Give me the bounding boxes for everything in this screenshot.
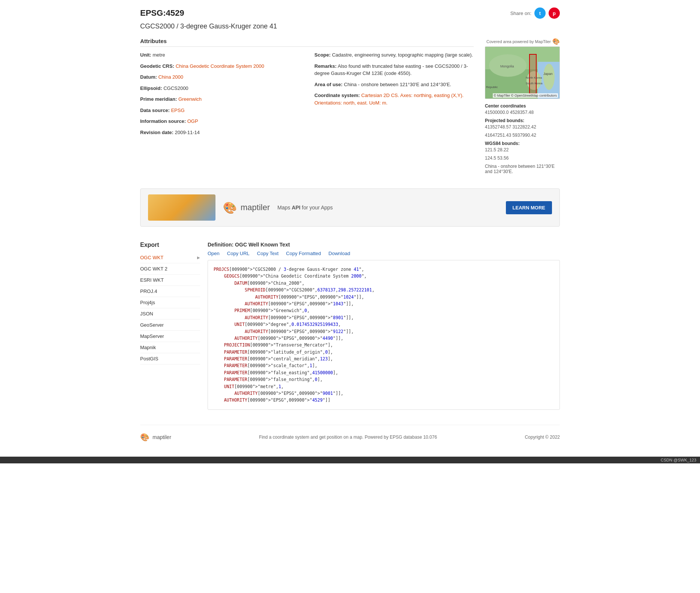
export-item-mapserver[interactable]: MapServer <box>140 331 200 342</box>
projected-bounds-line1: 41352748.57 3122822.42 <box>485 124 560 130</box>
banner-logo-icon: 🎨 <box>223 201 237 214</box>
svg-rect-6 <box>529 54 536 94</box>
export-item-ogc-wkt[interactable]: OGC WKT▶ <box>140 252 200 263</box>
export-toolbar: Open Copy URL Copy Text Copy Formatted D… <box>208 251 560 256</box>
projected-bounds-title: Projected bounds: <box>485 118 560 123</box>
twitter-share-button[interactable]: t <box>534 7 546 19</box>
pinterest-share-button[interactable]: p <box>549 7 560 19</box>
wgs84-bounds-title: WGS84 bounds: <box>485 141 560 146</box>
data-source-attr: Data source: EPSG <box>140 107 299 114</box>
export-item-postgis[interactable]: PostGIS <box>140 353 200 364</box>
banner-map-thumbnail <box>148 194 215 221</box>
maptiler-logo-icon: 🎨 <box>552 38 560 45</box>
definition-title: Definition: OGC Well Known Text <box>208 242 560 248</box>
prime-meridian-attr: Prime meridian: Greenwich <box>140 96 299 103</box>
pinterest-icon: p <box>553 10 556 16</box>
map-credit: © MapTiler © OpenStreetMap contributors <box>493 93 558 98</box>
area-desc: China - onshore between 121°30'E and 124… <box>485 164 560 174</box>
copy-formatted-button[interactable]: Copy Formatted <box>286 251 321 256</box>
maptiler-banner: 🎨 maptiler Maps API for your Apps LEARN … <box>140 188 560 227</box>
footer-logo-icon: 🎨 <box>140 433 150 442</box>
datum-link[interactable]: China 2000 <box>158 74 183 80</box>
unit-attr: Unit: metre <box>140 51 299 59</box>
open-button[interactable]: Open <box>208 251 220 256</box>
export-item-proj.4[interactable]: PROJ.4 <box>140 286 200 297</box>
info-source-link[interactable]: OGP <box>187 118 198 124</box>
remarks-attr: Remarks: Also found with truncated false… <box>314 63 474 77</box>
svg-text:Japan: Japan <box>543 72 553 76</box>
epsg-title: EPSG:4529 <box>140 8 184 18</box>
data-source-link[interactable]: EPSG <box>171 108 184 113</box>
learn-more-button[interactable]: LEARN MORE <box>506 201 552 214</box>
copy-text-button[interactable]: Copy Text <box>257 251 279 256</box>
footer-copyright: Copyright © 2022 <box>525 435 560 440</box>
footer-tagline: Find a coordinate system and get positio… <box>259 435 437 440</box>
datum-attr: Datum: China 2000 <box>140 73 299 81</box>
bottom-bar: CSDN @SWK_123 <box>0 457 700 463</box>
export-items-list: OGC WKT▶OGC WKT 2ESRI WKTPROJ.4Proj4jsJS… <box>140 252 200 364</box>
wgs84-line1: 121.5 28.22 <box>485 147 560 152</box>
center-coords-value: 41500000.0 4528357.48 <box>485 110 560 115</box>
area-of-use-attr: Area of use: China - onshore between 121… <box>314 81 474 88</box>
csdn-label: CSDN @SWK_123 <box>661 458 696 462</box>
export-item-esri-wkt[interactable]: ESRI WKT <box>140 275 200 286</box>
banner-tagline: Maps API for your Apps <box>277 205 333 211</box>
svg-point-5 <box>543 64 555 90</box>
export-item-mapnik[interactable]: Mapnik <box>140 342 200 353</box>
export-item-proj4js[interactable]: Proj4js <box>140 297 200 308</box>
coverage-map: Mongolia North Korea South Korea Japan R… <box>485 46 560 99</box>
svg-text:Mongolia: Mongolia <box>500 64 514 68</box>
export-item-ogc-wkt-2[interactable]: OGC WKT 2 <box>140 263 200 275</box>
prime-meridian-link[interactable]: Greenwich <box>178 96 202 102</box>
export-section: Export OGC WKT▶OGC WKT 2ESRI WKTPROJ.4Pr… <box>140 242 560 410</box>
svg-text:South Korea: South Korea <box>526 82 543 85</box>
attributes-heading: Attributes <box>140 38 474 47</box>
scope-attr: Scope: Cadastre, engineering survey, top… <box>314 51 474 59</box>
geodetic-crs-link[interactable]: China Geodetic Coordinate System 2000 <box>176 63 264 69</box>
twitter-icon: t <box>539 10 541 16</box>
info-source-attr: Information source: OGP <box>140 118 299 125</box>
footer: 🎨 maptiler Find a coordinate system and … <box>140 425 560 449</box>
download-button[interactable]: Download <box>329 251 350 256</box>
coord-system-attr: Coordinate system: Cartesian 2D CS. Axes… <box>314 92 474 106</box>
page-subtitle: CGCS2000 / 3-degree Gauss-Kruger zone 41 <box>140 22 560 30</box>
ellipsoid-attr: Ellipsoid: CGCS2000 <box>140 85 299 92</box>
geodetic-crs-attr: Geodetic CRS: China Geodetic Coordinate … <box>140 63 299 70</box>
svg-text:Republic: Republic <box>486 85 498 89</box>
wgs84-line2: 124.5 53.56 <box>485 155 560 161</box>
export-item-json[interactable]: JSON <box>140 308 200 320</box>
export-title: Export <box>140 242 200 248</box>
center-coords-title: Center coordinates <box>485 103 560 109</box>
revision-date-attr: Revision date: 2009-11-14 <box>140 129 299 136</box>
banner-brand: maptiler <box>241 203 270 212</box>
share-label: Share on: <box>510 10 531 16</box>
footer-brand: maptiler <box>153 434 171 440</box>
svg-text:North Korea: North Korea <box>526 76 542 79</box>
copy-url-button[interactable]: Copy URL <box>227 251 250 256</box>
code-block: PROJCS[009900">"CGCS2000 / 3-degree Gaus… <box>208 260 560 410</box>
projected-bounds-line2: 41647251.43 5937990.42 <box>485 133 560 138</box>
export-item-geoserver[interactable]: GeoServer <box>140 320 200 331</box>
map-powered-label: Covered area powered by MapTiler 🎨 <box>485 38 560 45</box>
